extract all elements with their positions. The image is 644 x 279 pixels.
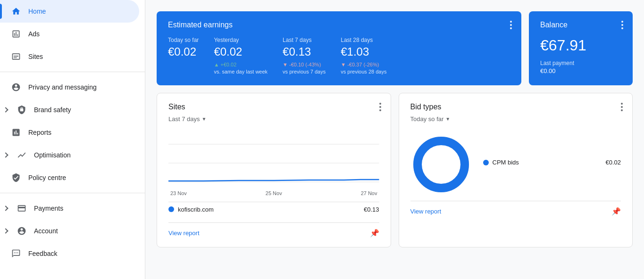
- sites-view-report-button[interactable]: View report: [168, 230, 200, 237]
- divider-2: [0, 193, 145, 193]
- sidebar-label-sites: Sites: [28, 53, 43, 60]
- sites-pin-icon[interactable]: 📌: [370, 229, 379, 238]
- sidebar-label-feedback: Feedback: [28, 250, 57, 257]
- sites-chart-labels: 23 Nov 25 Nov 27 Nov: [168, 190, 379, 196]
- balance-title: Balance: [540, 21, 621, 29]
- earnings-7days-change-amount: ▼ -€0.10 (-43%): [283, 62, 321, 67]
- sites-icon: [11, 52, 21, 61]
- main-content: Estimated earnings Today so far €0.02 Ye…: [145, 0, 644, 279]
- earnings-7days-change: ▼ -€0.10 (-43%) vs previous 7 days: [283, 61, 326, 76]
- earnings-7days: Last 7 days €0.13 ▼ -€0.10 (-43%) vs pre…: [283, 37, 326, 76]
- bid-legend-item-left: CPM bids: [483, 159, 519, 166]
- earnings-28days-change-sub: vs previous 28 days: [341, 69, 386, 74]
- sites-more-button[interactable]: [377, 101, 383, 113]
- sidebar-item-optimisation[interactable]: Optimisation: [0, 144, 139, 166]
- sites-card: Sites Last 7 days ▼ 23 Nov 25 Nov: [157, 93, 391, 247]
- estimated-earnings-card: Estimated earnings Today so far €0.02 Ye…: [157, 11, 521, 85]
- sites-chart: [168, 130, 379, 187]
- bid-legend-item-cpm: CPM bids €0.02: [483, 159, 621, 166]
- earnings-28days-label: Last 28 days: [341, 37, 386, 43]
- bid-card-footer: View report 📌: [410, 201, 621, 216]
- sidebar-item-privacy-messaging[interactable]: Privacy and messaging: [0, 76, 139, 98]
- sidebar-item-policy-centre[interactable]: Policy centre: [0, 166, 139, 189]
- site-row-left: kofiscrib.com: [168, 206, 214, 213]
- site-color-dot: [168, 206, 174, 212]
- bid-types-card: Bid types Today so far ▼: [399, 93, 633, 247]
- bid-period-label: Today so far: [410, 115, 444, 123]
- earnings-28days: Last 28 days €1.03 ▼ -€0.37 (-26%) vs pr…: [341, 37, 386, 76]
- earnings-yesterday-label: Yesterday: [214, 37, 268, 43]
- sidebar-label-ads: Ads: [28, 30, 40, 38]
- site-row: kofiscrib.com €0.13: [168, 202, 379, 217]
- earnings-yesterday-value: €0.02: [214, 45, 268, 58]
- active-indicator: [0, 4, 2, 19]
- earnings-title: Estimated earnings: [168, 21, 510, 29]
- earnings-grid: Today so far €0.02 Yesterday €0.02 ▲ +€0…: [168, 37, 510, 76]
- brand-safety-icon: [17, 105, 26, 115]
- sites-period-chevron: ▼: [202, 116, 207, 122]
- sidebar-label-home: Home: [28, 8, 46, 15]
- balance-last-payment-label: Last payment: [540, 60, 621, 66]
- bid-period-selector[interactable]: Today so far ▼: [410, 115, 451, 123]
- earnings-today-value: €0.02: [168, 45, 199, 58]
- balance-last-payment-amount: €0.00: [540, 67, 621, 74]
- bid-period-chevron: ▼: [445, 116, 450, 122]
- sidebar-label-account: Account: [34, 227, 58, 235]
- earnings-yesterday-change: ▲ +€0.02 vs. same day last week: [214, 61, 268, 76]
- bid-more-button[interactable]: [619, 101, 625, 113]
- sidebar-label-reports: Reports: [28, 129, 51, 136]
- account-icon: [17, 226, 26, 236]
- home-icon: [11, 7, 21, 16]
- earnings-28days-change-amount: ▼ -€0.37 (-26%): [341, 62, 379, 67]
- bid-legend-label-cpm: CPM bids: [493, 159, 519, 166]
- balance-amount: €67.91: [540, 37, 621, 54]
- sidebar-label-payments: Payments: [34, 205, 63, 212]
- earnings-yesterday: Yesterday €0.02 ▲ +€0.02 vs. same day la…: [214, 37, 268, 76]
- sidebar-item-feedback[interactable]: Feedback: [0, 242, 139, 265]
- bid-view-report-button[interactable]: View report: [410, 208, 442, 215]
- sidebar-label-optimisation: Optimisation: [34, 151, 71, 159]
- earnings-7days-change-sub: vs previous 7 days: [283, 69, 326, 74]
- balance-more-button[interactable]: [619, 19, 625, 31]
- sidebar-item-account[interactable]: Account: [0, 220, 139, 242]
- earnings-more-button[interactable]: [508, 19, 514, 31]
- sites-card-title: Sites: [168, 103, 379, 111]
- sites-chart-svg: [168, 130, 379, 187]
- reports-icon: [11, 128, 21, 137]
- sidebar-item-payments[interactable]: Payments: [0, 197, 139, 220]
- sidebar-item-brand-safety[interactable]: Brand safety: [0, 98, 139, 121]
- sidebar: Home Ads Sites Privacy and messaging Bra…: [0, 0, 145, 279]
- sites-period-label: Last 7 days: [168, 115, 200, 123]
- earnings-7days-label: Last 7 days: [283, 37, 326, 43]
- sidebar-label-brand-safety: Brand safety: [34, 106, 71, 114]
- earnings-today-label: Today so far: [168, 37, 199, 43]
- bid-card-title: Bid types: [410, 103, 621, 111]
- sidebar-item-home[interactable]: Home: [0, 0, 139, 23]
- earnings-7days-value: €0.13: [283, 45, 326, 58]
- privacy-icon: [11, 82, 21, 92]
- policy-icon: [11, 173, 21, 182]
- ads-icon: [11, 29, 21, 39]
- feedback-icon: [11, 249, 21, 258]
- sidebar-item-reports[interactable]: Reports: [0, 121, 139, 144]
- bottom-cards-row: Sites Last 7 days ▼ 23 Nov 25 Nov: [157, 93, 633, 247]
- site-value: €0.13: [364, 206, 379, 213]
- site-name: kofiscrib.com: [178, 206, 214, 213]
- bid-donut-chart: [410, 134, 472, 195]
- sidebar-item-ads[interactable]: Ads: [0, 23, 139, 45]
- bid-pin-icon[interactable]: 📌: [611, 207, 621, 216]
- earnings-yesterday-change-amount: ▲ +€0.02: [214, 62, 236, 67]
- sites-card-footer: View report 📌: [168, 222, 379, 238]
- earnings-today: Today so far €0.02: [168, 37, 199, 76]
- balance-card: Balance €67.91 Last payment €0.00: [529, 11, 633, 85]
- top-cards-row: Estimated earnings Today so far €0.02 Ye…: [157, 11, 633, 85]
- svg-point-4: [418, 141, 465, 188]
- payments-icon: [17, 204, 26, 213]
- earnings-28days-value: €1.03: [341, 45, 386, 58]
- sidebar-label-privacy: Privacy and messaging: [28, 83, 97, 91]
- chart-label-1: 25 Nov: [266, 190, 282, 196]
- sites-period-selector[interactable]: Last 7 days ▼: [168, 115, 206, 123]
- earnings-yesterday-change-sub: vs. same day last week: [214, 69, 268, 74]
- sidebar-item-sites[interactable]: Sites: [0, 45, 139, 68]
- earnings-28days-change: ▼ -€0.37 (-26%) vs previous 28 days: [341, 61, 386, 76]
